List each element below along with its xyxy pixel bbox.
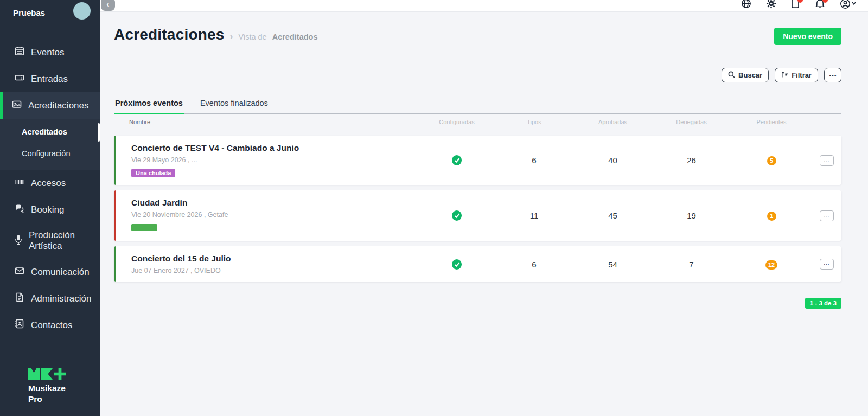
sidebar-item-label: Administración xyxy=(31,293,92,304)
filter-button[interactable]: Filtrar xyxy=(775,68,818,82)
aprobadas-cell: 45 xyxy=(573,211,652,220)
musikaze-logo-mark xyxy=(28,368,100,380)
chevron-left-icon: ‹ xyxy=(106,0,109,9)
row-more-button[interactable]: ⋯ xyxy=(820,210,834,221)
check-circle-icon xyxy=(452,210,462,221)
check-circle-icon xyxy=(452,155,462,165)
page-content: Acreditaciones › Vista de Acreditados Nu… xyxy=(100,12,868,416)
gear-icon[interactable] xyxy=(766,0,776,11)
pending-count-badge: 12 xyxy=(765,260,777,270)
breadcrumb-prefix: Vista de xyxy=(239,33,267,41)
column-header-denegadas: Denegadas xyxy=(652,119,731,125)
event-name-cell: Concierto de TEST V4 - Cambiado a Junio … xyxy=(116,143,419,177)
event-date: Jue 07 Enero 2027 , OVIEDO xyxy=(131,267,419,274)
logo-k-block xyxy=(41,368,53,380)
globe-icon[interactable] xyxy=(741,0,751,11)
avatar[interactable] xyxy=(73,2,91,20)
submenu-scrollbar-thumb[interactable] xyxy=(98,123,100,142)
pendientes-cell: 5 xyxy=(731,155,812,165)
denegadas-cell: 19 xyxy=(652,211,731,220)
tipos-cell: 6 xyxy=(495,156,573,165)
pendientes-cell: 1 xyxy=(731,210,812,221)
sidebar-subitem-configuracion[interactable]: Configuración xyxy=(0,143,100,164)
column-header-aprobadas: Aprobadas xyxy=(573,119,652,125)
announcements-icon[interactable] xyxy=(791,0,800,11)
event-tag-badge: Una chulada xyxy=(131,169,175,177)
sidebar-item-accesos[interactable]: Accesos xyxy=(0,170,100,196)
search-button[interactable]: Buscar xyxy=(722,68,769,82)
denegadas-cell: 26 xyxy=(652,156,731,165)
sidebar-item-booking[interactable]: Booking xyxy=(0,196,100,223)
tipos-cell: 6 xyxy=(495,260,573,269)
sidebar-item-label: Contactos xyxy=(31,320,73,331)
tab-proximos-eventos[interactable]: Próximos eventos xyxy=(114,99,184,114)
new-event-button[interactable]: Nuevo evento xyxy=(774,28,841,45)
table-header: Nombre Configuradas Tipos Aprobadas Dene… xyxy=(114,114,841,130)
sidebar-item-label: Producción Artística xyxy=(29,230,95,252)
tab-eventos-finalizados[interactable]: Eventos finalizados xyxy=(199,99,269,113)
event-name-cell: Ciudad Jardín Vie 20 Noviembre 2026 , Ge… xyxy=(116,198,419,233)
microphone-icon xyxy=(15,234,22,248)
row-more-button[interactable]: ⋯ xyxy=(820,155,834,166)
event-row[interactable]: Concierto del 15 de Julio Jue 07 Enero 2… xyxy=(114,246,841,282)
sidebar-item-administracion[interactable]: Administración xyxy=(0,285,100,312)
sidebar-item-entradas[interactable]: Entradas xyxy=(0,66,100,92)
more-options-button[interactable]: ⋯ xyxy=(824,68,841,82)
sidebar-subitem-acreditados[interactable]: Acreditados xyxy=(0,121,100,143)
event-row[interactable]: Concierto de TEST V4 - Cambiado a Junio … xyxy=(114,136,841,185)
sidebar-collapse-button[interactable]: ‹ xyxy=(101,0,115,11)
search-icon xyxy=(728,71,735,80)
event-status-pill xyxy=(131,224,157,231)
profile-menu[interactable] xyxy=(840,0,856,9)
page-header: Acreditaciones › Vista de Acreditados Nu… xyxy=(114,26,841,56)
logo-plus-block xyxy=(54,368,66,380)
check-circle-icon xyxy=(452,259,462,270)
sidebar-item-label: Entradas xyxy=(31,74,68,85)
bell-icon[interactable] xyxy=(815,0,825,11)
app-root: Pruebas Eventos Entradas Acreditaciones … xyxy=(0,0,868,416)
tipos-cell: 11 xyxy=(495,211,573,220)
chevron-down-icon xyxy=(852,0,856,8)
configured-cell xyxy=(419,155,495,165)
sidebar-item-produccion-artistica[interactable]: Producción Artística xyxy=(0,223,100,259)
column-header-configuradas: Configuradas xyxy=(419,119,495,125)
ellipsis-icon: ⋯ xyxy=(829,71,837,80)
sidebar-item-label: Comunicación xyxy=(31,267,90,278)
sidebar-item-acreditaciones[interactable]: Acreditaciones xyxy=(0,92,100,119)
page-title: Acreditaciones xyxy=(114,26,225,43)
pending-count-badge: 5 xyxy=(767,156,776,165)
event-date: Vie 29 Mayo 2026 , ... xyxy=(131,156,419,164)
sidebar-submenu: Acreditados Configuración xyxy=(0,119,100,170)
event-title: Ciudad Jardín xyxy=(131,198,419,208)
sidebar-header: Pruebas xyxy=(0,0,100,22)
logo-m-block xyxy=(28,368,40,380)
event-row[interactable]: Ciudad Jardín Vie 20 Noviembre 2026 , Ge… xyxy=(114,190,841,241)
sidebar: Pruebas Eventos Entradas Acreditaciones … xyxy=(0,0,100,416)
breadcrumb-current: Acreditados xyxy=(272,33,318,41)
musikaze-logo: Musikaze Pro xyxy=(0,368,100,416)
filter-sort-icon xyxy=(781,71,788,80)
chat-bubbles-icon xyxy=(15,203,24,216)
event-title: Concierto del 15 de Julio xyxy=(131,254,419,264)
sidebar-item-contactos[interactable]: Contactos xyxy=(0,312,100,338)
breadcrumb-separator-icon: › xyxy=(230,31,233,42)
sidebar-item-label: Eventos xyxy=(31,47,64,58)
sidebar-item-comunicacion[interactable]: Comunicación xyxy=(0,259,100,285)
filter-button-label: Filtrar xyxy=(792,71,812,79)
column-header-tipos: Tipos xyxy=(495,119,573,125)
sidebar-item-eventos[interactable]: Eventos xyxy=(0,39,100,66)
pagination-badge[interactable]: 1 - 3 de 3 xyxy=(805,298,841,309)
column-header-pendientes: Pendientes xyxy=(731,119,812,125)
actions-cell: ⋯ xyxy=(812,210,841,221)
address-book-icon xyxy=(15,319,24,331)
configured-cell xyxy=(419,210,495,221)
sidebar-item-label: Booking xyxy=(31,204,64,215)
user-circle-icon xyxy=(840,0,851,9)
logo-text-line2: Pro xyxy=(28,394,100,404)
pagination: 1 - 3 de 3 xyxy=(114,298,841,309)
row-more-button[interactable]: ⋯ xyxy=(820,259,834,270)
denegadas-cell: 7 xyxy=(652,260,731,269)
logo-text-line1: Musikaze xyxy=(28,383,100,393)
sidebar-item-label: Acreditaciones xyxy=(28,100,89,111)
topbar xyxy=(100,0,868,12)
